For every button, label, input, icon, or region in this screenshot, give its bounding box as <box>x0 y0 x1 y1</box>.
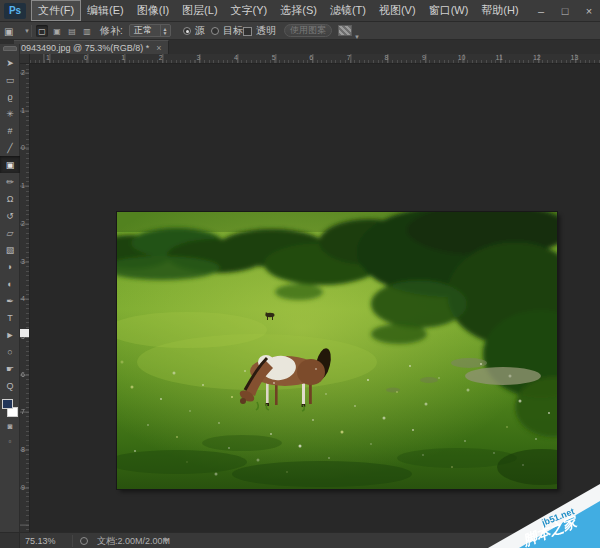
patch-label: 修补: <box>100 22 123 40</box>
patch-mode-dropdown[interactable]: 正常 ▲▼ <box>129 24 171 37</box>
zoom-level-field[interactable]: 75.13% <box>25 535 65 547</box>
close-button[interactable]: × <box>582 5 596 17</box>
h-ruler-label: 13 <box>570 54 578 61</box>
menu-item-8[interactable]: 窗口(W) <box>423 1 475 20</box>
v-ruler-label: 8 <box>21 446 25 453</box>
destination-radio[interactable]: 目标 <box>211 22 243 40</box>
h-ruler-label: 1 <box>46 54 50 61</box>
document-tab-title: 0943490.jpg @ 75.3%(RGB/8) * <box>21 43 149 53</box>
v-ruler-label: 2 <box>21 69 25 76</box>
document-size-info[interactable]: 文档:2.00M/2.00M <box>97 535 170 548</box>
tools-panel: ➤▭ϱ✳#╱▣✏Ω↺▱▧◗◐✒T►○☛Q ◙ ▫ <box>0 44 20 532</box>
pasteboard <box>30 64 600 532</box>
status-circle-icon <box>80 537 88 545</box>
intersect-selection-icon[interactable]: ▥ <box>81 25 93 37</box>
canvas-image[interactable] <box>117 212 557 489</box>
use-pattern-button[interactable]: 使用图案 <box>284 24 332 37</box>
blur-tool[interactable]: ◗ <box>0 258 20 275</box>
move-tool[interactable]: ➤ <box>0 54 20 71</box>
menu-item-9[interactable]: 帮助(H) <box>475 1 524 20</box>
menu-item-7[interactable]: 视图(V) <box>373 1 422 20</box>
document-tab-bar: 0943490.jpg @ 75.3%(RGB/8) * × <box>0 40 600 54</box>
patch-tool[interactable]: ▣ <box>0 156 20 173</box>
h-ruler-label: 0 <box>84 54 88 61</box>
destination-radio-label: 目标 <box>223 24 243 38</box>
clone-stamp-tool[interactable]: Ω <box>0 190 20 207</box>
foreground-color-swatch[interactable] <box>2 399 13 409</box>
h-ruler-major-ticks <box>30 54 600 63</box>
v-ruler-label: 7 <box>21 408 25 415</box>
menu-item-3[interactable]: 图层(L) <box>176 1 223 20</box>
source-radio-label: 源 <box>195 24 205 38</box>
ruler-corner <box>20 54 30 64</box>
quick-mask-button[interactable]: ◙ <box>0 419 20 434</box>
maximize-button[interactable]: □ <box>558 5 572 17</box>
new-selection-icon[interactable]: ▢ <box>36 25 48 37</box>
lasso-tool[interactable]: ϱ <box>0 88 20 105</box>
checkbox-icon <box>243 27 252 36</box>
radio-unselected-icon <box>211 27 219 35</box>
menu-item-2[interactable]: 图像(I) <box>131 1 175 20</box>
eraser-tool[interactable]: ▱ <box>0 224 20 241</box>
tool-options-bar: ▣ ▼ ▢▣▤▥ 修补: 正常 ▲▼ 源 目标 透明 使用图案 ▼ <box>0 22 600 40</box>
document-tab[interactable]: 0943490.jpg @ 75.3%(RGB/8) * × <box>14 40 169 54</box>
pattern-swatch[interactable] <box>338 25 352 36</box>
h-ruler-label: 11 <box>496 54 503 61</box>
options-separator <box>31 25 32 37</box>
h-ruler-label: 9 <box>422 54 426 61</box>
status-bar: 75.13% 文档:2.00M/2.00M ► <box>0 532 600 548</box>
v-ruler-label: 0 <box>21 144 25 151</box>
menu-item-5[interactable]: 选择(S) <box>274 1 323 20</box>
quick-selection-tool[interactable]: ✳ <box>0 105 20 122</box>
screen-mode-button[interactable]: ▫ <box>0 434 20 449</box>
pen-tool[interactable]: ✒ <box>0 292 20 309</box>
menu-item-0[interactable]: 文件(F) <box>32 1 80 20</box>
source-radio[interactable]: 源 <box>183 22 205 40</box>
tool-preset-picker-icon[interactable]: ▣ <box>4 22 13 40</box>
v-ruler-label: 1 <box>21 182 25 189</box>
status-popup-arrow-icon[interactable]: ► <box>163 535 171 544</box>
window-controls: – □ × <box>534 0 596 22</box>
menu-item-4[interactable]: 文字(Y) <box>225 1 274 20</box>
hand-tool[interactable]: ☛ <box>0 360 20 377</box>
tool-list: ➤▭ϱ✳#╱▣✏Ω↺▱▧◗◐✒T►○☛Q <box>0 54 19 394</box>
gradient-tool[interactable]: ▧ <box>0 241 20 258</box>
horse-meadow-photo <box>117 212 557 489</box>
brush-tool[interactable]: ✏ <box>0 173 20 190</box>
menu-item-1[interactable]: 编辑(E) <box>81 1 130 20</box>
eyedropper-tool[interactable]: ╱ <box>0 139 20 156</box>
tab-close-icon[interactable]: × <box>156 43 161 53</box>
dodge-tool[interactable]: ◐ <box>0 275 20 292</box>
add-selection-icon[interactable]: ▣ <box>51 25 63 37</box>
tool-preset-arrow-icon[interactable]: ▼ <box>24 22 30 40</box>
v-ruler[interactable]: 210123456789 <box>20 64 30 532</box>
transparent-checkbox[interactable]: 透明 <box>243 22 276 40</box>
path-selection-tool[interactable]: ► <box>0 326 20 343</box>
status-separator <box>72 535 73 547</box>
crop-tool[interactable]: # <box>0 122 20 139</box>
h-ruler-label: 2 <box>159 54 163 61</box>
h-ruler[interactable]: 1012345678910111213 <box>30 54 600 64</box>
status-corner <box>0 533 20 548</box>
dropdown-spinner-icon[interactable]: ▲▼ <box>160 25 169 36</box>
title-bar: Ps 文件(F)编辑(E)图像(I)图层(L)文字(Y)选择(S)滤镜(T)视图… <box>0 0 600 22</box>
selection-mode-group: ▢▣▤▥ <box>36 22 93 40</box>
patch-mode-value: 正常 <box>134 24 152 37</box>
marquee-tool[interactable]: ▭ <box>0 71 20 88</box>
h-ruler-label: 1 <box>121 54 125 61</box>
zoom-tool[interactable]: Q <box>0 377 20 394</box>
subtract-selection-icon[interactable]: ▤ <box>66 25 78 37</box>
h-ruler-label: 10 <box>458 54 466 61</box>
v-ruler-label: 6 <box>21 370 25 377</box>
type-tool[interactable]: T <box>0 309 20 326</box>
history-brush-tool[interactable]: ↺ <box>0 207 20 224</box>
v-ruler-label: 4 <box>21 295 25 302</box>
h-ruler-label: 3 <box>196 54 200 61</box>
menu-bar: 文件(F)编辑(E)图像(I)图层(L)文字(Y)选择(S)滤镜(T)视图(V)… <box>32 0 526 21</box>
v-ruler-label: 3 <box>21 257 25 264</box>
minimize-button[interactable]: – <box>534 5 548 17</box>
menu-item-6[interactable]: 滤镜(T) <box>324 1 372 20</box>
shape-tool[interactable]: ○ <box>0 343 20 360</box>
tools-panel-collapse-icon[interactable] <box>3 46 17 51</box>
h-ruler-label: 5 <box>272 54 276 61</box>
